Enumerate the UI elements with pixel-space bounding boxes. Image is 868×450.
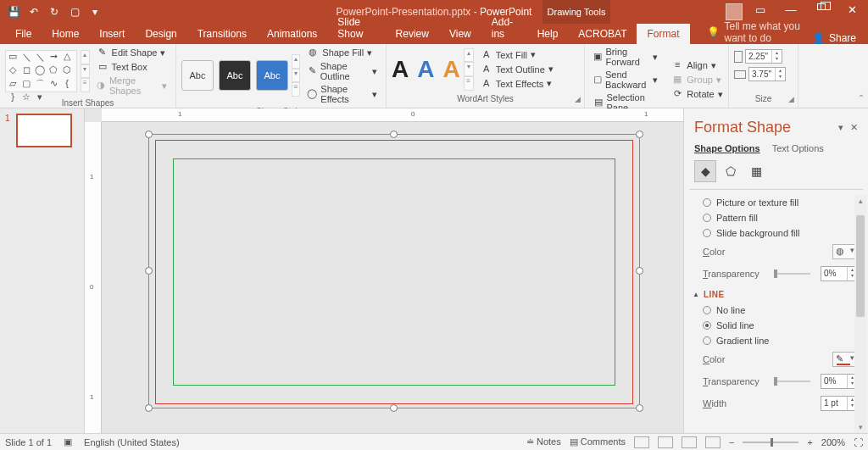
effects-icon: ◯ <box>307 88 317 100</box>
line-transp-slider[interactable] <box>774 381 810 382</box>
start-from-beginning-icon[interactable]: ▢ <box>68 6 81 18</box>
language-button[interactable]: English (United States) <box>84 437 180 447</box>
fill-transp-slider[interactable] <box>774 273 810 275</box>
shape-style-gallery[interactable]: Abc Abc Abc <box>181 60 288 91</box>
tab-help[interactable]: Help <box>527 24 569 44</box>
group-label: Insert Shapes <box>0 98 175 108</box>
minimize-button[interactable]: — <box>778 3 804 20</box>
shapes-gallery[interactable]: ▭＼＼➞△◇ ◻◯⬠⬡▱▢ ⌒∿{}☆▾ <box>5 50 77 92</box>
zoom-out-button[interactable]: − <box>729 437 734 447</box>
bring-forward-button[interactable]: ▣Bring Forward ▾ <box>590 46 661 68</box>
text-box-button[interactable]: ▭Text Box <box>93 60 170 74</box>
ribbon-display-icon[interactable]: ▭ <box>748 3 773 20</box>
text-options-tab[interactable]: Text Options <box>772 143 824 153</box>
text-outline-button[interactable]: AText Outline ▾ <box>477 63 557 76</box>
shape-fill-button[interactable]: ◍Shape Fill ▾ <box>303 46 381 59</box>
height-input[interactable]: 2.25"▴▾ <box>745 49 782 64</box>
gradient-line-radio[interactable]: Gradient line <box>703 333 858 348</box>
horizontal-ruler: 1 0 1 <box>102 108 683 122</box>
merge-shapes-button: ◑Merge Shapes ▾ <box>93 75 170 97</box>
save-icon[interactable]: 💾 <box>7 6 20 18</box>
pane-scrollbar[interactable]: ▴ ▾ <box>854 195 866 433</box>
wordart-gallery[interactable]: A A A <box>392 56 460 83</box>
comments-button[interactable]: ▤ Comments <box>570 436 626 447</box>
no-line-radio[interactable]: No line <box>703 303 858 318</box>
line-transp-input[interactable]: 0%▴▾ <box>821 374 858 389</box>
reading-view-button[interactable] <box>682 436 697 448</box>
slideshow-view-button[interactable] <box>705 436 721 448</box>
style-scrollbar[interactable]: ▴▾≡ <box>292 54 300 97</box>
selection-box[interactable] <box>148 134 640 408</box>
redo-icon[interactable]: ↻ <box>47 6 61 18</box>
tab-acrobat[interactable]: ACROBAT <box>568 24 637 44</box>
width-icon <box>734 70 746 79</box>
lightbulb-icon: 💡 <box>707 26 720 38</box>
group-label: WordArt Styles◢ <box>387 94 584 108</box>
tab-view[interactable]: View <box>439 24 481 44</box>
align-button[interactable]: ≡Align ▾ <box>668 58 726 72</box>
fill-transp-input[interactable]: 0%▴▾ <box>821 266 858 281</box>
size-props-icon[interactable]: ▦ <box>745 160 767 182</box>
fill-transp-label: Transparency <box>703 269 764 279</box>
slide-thumbnail[interactable] <box>16 114 72 147</box>
tab-home[interactable]: Home <box>42 24 89 44</box>
pane-options-icon[interactable]: ▾ <box>838 122 843 133</box>
share-button[interactable]: 👤 Share <box>812 32 868 44</box>
slide-sorter-button[interactable] <box>658 436 673 448</box>
text-effects-button[interactable]: AText Effects ▾ <box>477 77 557 91</box>
slide-count[interactable]: Slide 1 of 1 <box>5 437 52 447</box>
status-bar: Slide 1 of 1 ▣ English (United States) ≐… <box>0 433 868 450</box>
line-section-toggle[interactable]: ▲Line <box>693 290 858 299</box>
slide-bg-fill-radio[interactable]: Slide background fill <box>703 225 858 241</box>
green-rectangle-shape[interactable] <box>173 158 615 386</box>
tab-file[interactable]: File <box>5 24 42 44</box>
pane-close-icon[interactable]: ✕ <box>850 122 858 133</box>
slide-canvas-area[interactable]: 1 0 1 1 0 1 <box>85 108 683 433</box>
normal-view-button[interactable] <box>634 436 649 448</box>
line-width-input[interactable]: 1 pt▴▾ <box>821 396 858 411</box>
shape-options-tab[interactable]: Shape Options <box>694 143 760 153</box>
edit-shape-button[interactable]: ✎Edit Shape ▾ <box>93 46 170 59</box>
tell-me-search[interactable]: 💡 Tell me what you want to do <box>707 20 812 44</box>
tab-add-ins[interactable]: Add-ins <box>481 12 527 44</box>
pattern-fill-radio[interactable]: Pattern fill <box>703 210 858 225</box>
fit-to-window-button[interactable]: ⛶ <box>854 437 863 447</box>
shape-effects-button[interactable]: ◯Shape Effects ▾ <box>303 83 381 105</box>
zoom-in-button[interactable]: + <box>807 437 812 447</box>
fill-color-label: CColorolor <box>703 247 764 257</box>
shapes-scrollbar[interactable]: ▴▾≡ <box>81 50 89 92</box>
group-wordart-styles: A A A ▴▾≡ AText Fill ▾ AText Outline ▾ A… <box>387 44 585 108</box>
fill-line-icon[interactable]: ◆ <box>694 160 716 182</box>
collapse-ribbon-icon[interactable]: ⌃ <box>858 93 865 103</box>
undo-icon[interactable]: ↶ <box>27 6 41 18</box>
tab-slide-show[interactable]: Slide Show <box>327 12 385 44</box>
tab-review[interactable]: Review <box>386 24 439 44</box>
send-backward-button[interactable]: ▢Send Backward ▾ <box>590 69 661 91</box>
restore-button[interactable] <box>809 3 834 20</box>
text-fill-button[interactable]: AText Fill ▾ <box>477 48 557 62</box>
group-shape-styles: Abc Abc Abc ▴▾≡ ◍Shape Fill ▾ ✎Shape Out… <box>176 44 387 108</box>
wordart-scrollbar[interactable]: ▴▾≡ <box>464 48 474 91</box>
notes-button[interactable]: ≐ Notes <box>526 436 561 447</box>
user-avatar[interactable] <box>726 3 743 20</box>
tab-design[interactable]: Design <box>135 24 186 44</box>
tab-transitions[interactable]: Transitions <box>187 24 257 44</box>
tab-animations[interactable]: Animations <box>257 24 327 44</box>
spell-check-icon[interactable]: ▣ <box>64 436 72 447</box>
qat-more-icon[interactable]: ▾ <box>88 6 102 18</box>
dialog-launcher-icon[interactable]: ◢ <box>788 95 794 103</box>
width-input[interactable]: 3.75"▴▾ <box>748 67 786 81</box>
solid-line-radio[interactable]: Solid line <box>703 318 858 333</box>
zoom-level[interactable]: 200% <box>821 437 845 447</box>
shape-outline-button[interactable]: ✎Shape Outline ▾ <box>303 60 381 82</box>
paint-bucket-icon: ◍ <box>836 246 844 257</box>
dialog-launcher-icon[interactable]: ◢ <box>575 95 581 103</box>
zoom-slider[interactable] <box>743 442 798 443</box>
close-button[interactable]: ✕ <box>839 3 865 20</box>
tab-format[interactable]: Format <box>637 24 689 44</box>
effects-pane-icon[interactable]: ⬠ <box>720 160 742 182</box>
picture-fill-radio[interactable]: Picture or texture fill <box>703 195 858 210</box>
tab-insert[interactable]: Insert <box>89 24 135 44</box>
rotate-button[interactable]: ⟳Rotate ▾ <box>668 87 726 101</box>
outline-icon: ✎ <box>307 65 316 77</box>
